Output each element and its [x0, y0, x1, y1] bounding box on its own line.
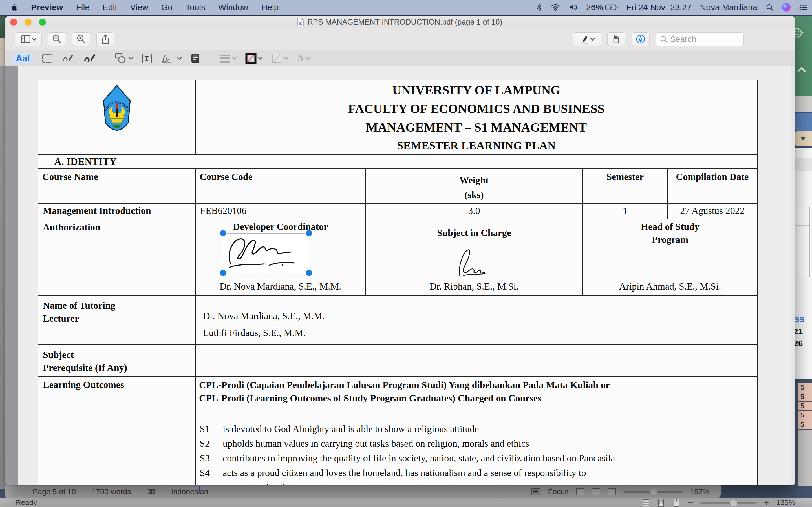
excel-zoom-level[interactable]: 135%: [776, 498, 795, 507]
pdf-page: UNIVERSITAS LAMPUNG UNIVER: [18, 66, 792, 485]
title-bar[interactable]: RPS MANAGEMENT INTRODUCTION.pdf (page 1 …: [4, 16, 795, 28]
header-course-name: Course Name: [38, 168, 195, 203]
resize-handle[interactable]: [220, 270, 226, 276]
chevron-down-icon: [258, 55, 262, 60]
share-button[interactable]: [96, 33, 114, 46]
prerequisite-value: -: [195, 345, 757, 376]
excel-view-normal-icon[interactable]: [642, 499, 650, 507]
excel-zoom-slider[interactable]: [700, 502, 757, 504]
line-weight-tool[interactable]: [220, 54, 236, 63]
outcome-item: S3contributes to improving the quality o…: [200, 451, 757, 466]
menu-bar: Preview File Edit View Go Tools Window H…: [0, 0, 812, 15]
menu-preview[interactable]: Preview: [31, 3, 63, 12]
word-focus-label[interactable]: Focus: [548, 488, 569, 496]
menu-bar-date[interactable]: Fri 24 Nov: [626, 3, 665, 12]
focus-icon[interactable]: [531, 488, 541, 496]
word-zoom-level[interactable]: 152%: [690, 488, 709, 496]
value-semester: 1: [583, 203, 667, 219]
zoom-plus-icon[interactable]: [763, 500, 770, 506]
excel-cells-fragment: 5 5 5 5 5: [799, 383, 812, 430]
rotate-button[interactable]: [607, 33, 625, 46]
menu-tools[interactable]: Tools: [186, 3, 205, 12]
fill-color-tool[interactable]: [271, 53, 288, 64]
text-box-tool[interactable]: T: [142, 54, 152, 63]
menu-view[interactable]: View: [130, 3, 148, 12]
zoom-in-button[interactable]: [72, 33, 90, 46]
word-page-count[interactable]: Page 5 of 10: [33, 488, 76, 496]
draw-pen-icon: [84, 53, 95, 63]
siri-icon[interactable]: [782, 3, 791, 11]
draw-tool[interactable]: [84, 53, 95, 63]
control-center-icon[interactable]: [799, 4, 808, 11]
resize-handle[interactable]: [306, 270, 312, 276]
word-view-print-icon[interactable]: [592, 488, 600, 496]
volume-icon[interactable]: [569, 3, 578, 11]
markup-pen-icon: [636, 34, 646, 44]
outcome-item: S4acts as a proud citizen and loves the …: [200, 466, 757, 480]
sidebar-toggle-button[interactable]: [15, 33, 42, 46]
outcomes-label: Learning Outcomes: [38, 376, 195, 485]
apple-menu-icon[interactable]: [11, 3, 18, 11]
excel-view-layout-icon[interactable]: [657, 499, 665, 507]
signature-icon: [161, 53, 176, 64]
excel-view-break-icon[interactable]: [672, 499, 680, 507]
collapse-ribbon-icon[interactable]: [797, 66, 806, 75]
close-button[interactable]: [10, 18, 17, 25]
chevron-down-icon: [232, 55, 237, 60]
vertical-scrollbar[interactable]: [791, 66, 795, 485]
search-field[interactable]: [656, 33, 744, 46]
subject-signature-cell: Dr. Ribhan, S.E., M.Si.: [365, 247, 583, 295]
word-zoom-slider[interactable]: [623, 491, 682, 493]
proofing-icon[interactable]: [147, 488, 155, 496]
zoom-minus-icon[interactable]: [688, 500, 694, 506]
menu-go[interactable]: Go: [161, 3, 172, 12]
word-language[interactable]: Indonesian: [171, 488, 208, 496]
fullscreen-button[interactable]: [39, 18, 46, 25]
excel-cell-5: 5: [799, 410, 812, 420]
signature-annotation[interactable]: [223, 233, 309, 273]
text-style-tool[interactable]: A: [297, 53, 309, 64]
lecturer-1: Dr. Nova Mardiana, S.E., M.M.: [203, 307, 757, 325]
shapes-tool[interactable]: [115, 53, 133, 64]
menu-edit[interactable]: Edit: [103, 3, 117, 12]
border-color-tool[interactable]: [245, 53, 262, 64]
menu-help[interactable]: Help: [261, 3, 279, 12]
spotlight-icon[interactable]: [766, 3, 774, 11]
nova-signature: [225, 235, 307, 273]
rect-selection-tool[interactable]: [42, 54, 52, 62]
minimize-button[interactable]: [24, 18, 32, 25]
menu-bar-time[interactable]: 23.27: [670, 3, 691, 12]
university-logo: UNIVERSITAS LAMPUNG: [98, 84, 136, 131]
menu-file[interactable]: File: [76, 3, 89, 12]
screen: ss 21 26 5 5 5 5 5 Page 5 of 10 1700 wor…: [0, 0, 812, 507]
document-header: UNIVERSITY OF LAMPUNG FACULTY OF ECONOMI…: [195, 80, 757, 137]
search-icon: [660, 36, 667, 43]
sketch-tool[interactable]: [62, 53, 74, 63]
menu-window[interactable]: Window: [218, 3, 248, 12]
word-view-web-icon[interactable]: [608, 488, 616, 496]
wifi-icon[interactable]: [551, 3, 560, 11]
empty-cell: [38, 137, 195, 154]
markup-toolbar-button[interactable]: [631, 33, 650, 46]
pdf-document-icon: [297, 18, 304, 26]
tutoring-names: Dr. Nova Mardiana, S.E., M.M. Luthfi Fir…: [195, 295, 757, 345]
highlight-button[interactable]: [573, 33, 601, 46]
resize-handle[interactable]: [306, 230, 312, 236]
developer-name: Dr. Nova Mardiana, S.E., M.M.: [196, 281, 365, 292]
note-tool[interactable]: [191, 53, 200, 64]
head-of-study-header: Head of Study Program: [583, 219, 757, 247]
fast-user-switcher[interactable]: Nova Mardiana: [700, 3, 757, 12]
section-identity: A. IDENTITY: [38, 154, 757, 168]
tutoring-label: Name of Tutoring Lecturer: [38, 295, 195, 345]
search-input[interactable]: [670, 35, 738, 44]
document-area: UNIVERSITAS LAMPUNG UNIVER: [4, 66, 795, 485]
battery-status[interactable]: 26%: [586, 3, 618, 12]
text-selection-tool[interactable]: AaI: [13, 53, 33, 64]
word-word-count[interactable]: 1700 words: [92, 488, 131, 496]
bluetooth-icon[interactable]: [536, 3, 542, 11]
word-view-read-icon[interactable]: [576, 488, 585, 496]
sign-tool[interactable]: [161, 53, 181, 64]
resize-handle[interactable]: [220, 230, 226, 236]
background-beige-control: [795, 131, 812, 146]
zoom-out-button[interactable]: [48, 33, 66, 46]
